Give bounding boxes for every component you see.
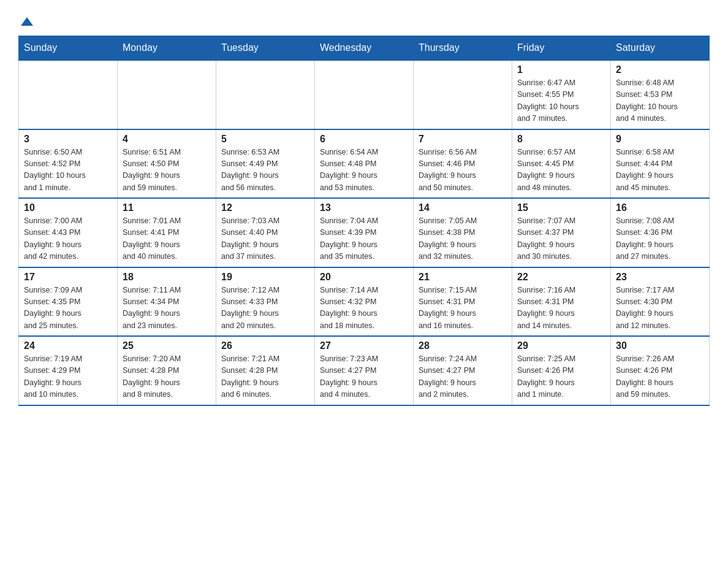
day-info: Sunrise: 6:58 AM Sunset: 4:44 PM Dayligh… (616, 147, 704, 194)
calendar-cell: 8Sunrise: 6:57 AM Sunset: 4:45 PM Daylig… (512, 129, 611, 199)
day-info: Sunrise: 7:08 AM Sunset: 4:36 PM Dayligh… (616, 215, 704, 263)
weekday-header-wednesday: Wednesday (315, 36, 414, 61)
day-number: 11 (123, 202, 211, 213)
calendar-week-row-3: 10Sunrise: 7:00 AM Sunset: 4:43 PM Dayli… (19, 198, 710, 267)
day-number: 12 (221, 202, 309, 213)
day-info: Sunrise: 7:03 AM Sunset: 4:40 PM Dayligh… (221, 215, 309, 263)
day-number: 28 (419, 340, 507, 351)
day-info: Sunrise: 6:56 AM Sunset: 4:46 PM Dayligh… (419, 147, 507, 194)
calendar-cell: 23Sunrise: 7:17 AM Sunset: 4:30 PM Dayli… (611, 267, 710, 337)
calendar-cell: 20Sunrise: 7:14 AM Sunset: 4:32 PM Dayli… (315, 267, 414, 337)
day-number: 6 (320, 134, 408, 145)
logo-icon (21, 17, 33, 26)
calendar-cell: 2Sunrise: 6:48 AM Sunset: 4:53 PM Daylig… (611, 60, 710, 129)
calendar-cell: 3Sunrise: 6:50 AM Sunset: 4:52 PM Daylig… (19, 129, 118, 199)
day-info: Sunrise: 7:15 AM Sunset: 4:31 PM Dayligh… (419, 285, 507, 332)
day-info: Sunrise: 6:51 AM Sunset: 4:50 PM Dayligh… (123, 147, 211, 194)
calendar-cell: 7Sunrise: 6:56 AM Sunset: 4:46 PM Daylig… (414, 129, 512, 199)
weekday-header-friday: Friday (512, 36, 611, 61)
day-number: 22 (517, 272, 605, 283)
calendar-cell: 28Sunrise: 7:24 AM Sunset: 4:27 PM Dayli… (414, 336, 512, 405)
day-info: Sunrise: 7:17 AM Sunset: 4:30 PM Dayligh… (616, 285, 704, 332)
weekday-header-tuesday: Tuesday (216, 36, 315, 61)
calendar-cell: 24Sunrise: 7:19 AM Sunset: 4:29 PM Dayli… (19, 336, 118, 405)
day-info: Sunrise: 7:23 AM Sunset: 4:27 PM Dayligh… (320, 353, 408, 401)
logo-triangle-icon (21, 17, 33, 26)
day-info: Sunrise: 7:12 AM Sunset: 4:33 PM Dayligh… (221, 285, 309, 332)
day-number: 19 (221, 272, 309, 283)
calendar-cell: 17Sunrise: 7:09 AM Sunset: 4:35 PM Dayli… (19, 267, 118, 337)
day-number: 21 (419, 272, 507, 283)
calendar-cell: 9Sunrise: 6:58 AM Sunset: 4:44 PM Daylig… (611, 129, 710, 199)
calendar-cell: 19Sunrise: 7:12 AM Sunset: 4:33 PM Dayli… (216, 267, 315, 337)
day-number: 25 (123, 340, 211, 351)
day-info: Sunrise: 7:01 AM Sunset: 4:41 PM Dayligh… (123, 215, 211, 263)
calendar-cell: 18Sunrise: 7:11 AM Sunset: 4:34 PM Dayli… (118, 267, 216, 337)
day-number: 17 (24, 272, 112, 283)
weekday-header-thursday: Thursday (414, 36, 512, 61)
day-number: 1 (517, 64, 605, 75)
day-info: Sunrise: 7:25 AM Sunset: 4:26 PM Dayligh… (517, 353, 605, 401)
calendar-cell: 27Sunrise: 7:23 AM Sunset: 4:27 PM Dayli… (315, 336, 414, 405)
calendar-cell: 13Sunrise: 7:04 AM Sunset: 4:39 PM Dayli… (315, 198, 414, 267)
day-info: Sunrise: 7:14 AM Sunset: 4:32 PM Dayligh… (320, 285, 408, 332)
day-number: 4 (123, 134, 211, 145)
day-info: Sunrise: 6:48 AM Sunset: 4:53 PM Dayligh… (616, 77, 704, 125)
day-number: 24 (24, 340, 112, 351)
calendar-cell: 22Sunrise: 7:16 AM Sunset: 4:31 PM Dayli… (512, 267, 611, 337)
calendar-cell: 1Sunrise: 6:47 AM Sunset: 4:55 PM Daylig… (512, 60, 611, 129)
day-number: 29 (517, 340, 605, 351)
weekday-header-monday: Monday (118, 36, 216, 61)
day-number: 8 (517, 134, 605, 145)
calendar-cell: 15Sunrise: 7:07 AM Sunset: 4:37 PM Dayli… (512, 198, 611, 267)
calendar-cell: 5Sunrise: 6:53 AM Sunset: 4:49 PM Daylig… (216, 129, 315, 199)
day-number: 26 (221, 340, 309, 351)
day-number: 2 (616, 64, 704, 75)
day-number: 20 (320, 272, 408, 283)
logo (18, 12, 33, 25)
day-info: Sunrise: 7:21 AM Sunset: 4:28 PM Dayligh… (221, 353, 309, 401)
weekday-header-sunday: Sunday (19, 36, 118, 61)
day-info: Sunrise: 6:47 AM Sunset: 4:55 PM Dayligh… (517, 77, 605, 125)
day-info: Sunrise: 6:54 AM Sunset: 4:48 PM Dayligh… (320, 147, 408, 194)
day-number: 10 (24, 202, 112, 213)
calendar-cell: 26Sunrise: 7:21 AM Sunset: 4:28 PM Dayli… (216, 336, 315, 405)
calendar-cell (315, 60, 414, 129)
day-info: Sunrise: 7:26 AM Sunset: 4:26 PM Dayligh… (616, 353, 704, 401)
calendar-table: SundayMondayTuesdayWednesdayThursdayFrid… (18, 36, 710, 406)
day-info: Sunrise: 7:05 AM Sunset: 4:38 PM Dayligh… (419, 215, 507, 263)
day-info: Sunrise: 7:24 AM Sunset: 4:27 PM Dayligh… (419, 353, 507, 401)
day-info: Sunrise: 7:07 AM Sunset: 4:37 PM Dayligh… (517, 215, 605, 263)
calendar-cell: 12Sunrise: 7:03 AM Sunset: 4:40 PM Dayli… (216, 198, 315, 267)
day-number: 15 (517, 202, 605, 213)
day-info: Sunrise: 7:09 AM Sunset: 4:35 PM Dayligh… (24, 285, 112, 332)
day-number: 5 (221, 134, 309, 145)
day-number: 14 (419, 202, 507, 213)
calendar-cell: 21Sunrise: 7:15 AM Sunset: 4:31 PM Dayli… (414, 267, 512, 337)
calendar-week-row-5: 24Sunrise: 7:19 AM Sunset: 4:29 PM Dayli… (19, 336, 710, 405)
calendar-cell: 14Sunrise: 7:05 AM Sunset: 4:38 PM Dayli… (414, 198, 512, 267)
day-info: Sunrise: 7:00 AM Sunset: 4:43 PM Dayligh… (24, 215, 112, 263)
day-number: 13 (320, 202, 408, 213)
calendar-week-row-1: 1Sunrise: 6:47 AM Sunset: 4:55 PM Daylig… (19, 60, 710, 129)
day-number: 3 (24, 134, 112, 145)
calendar-cell: 4Sunrise: 6:51 AM Sunset: 4:50 PM Daylig… (118, 129, 216, 199)
day-info: Sunrise: 7:11 AM Sunset: 4:34 PM Dayligh… (123, 285, 211, 332)
day-number: 7 (419, 134, 507, 145)
day-number: 16 (616, 202, 704, 213)
day-info: Sunrise: 6:50 AM Sunset: 4:52 PM Dayligh… (24, 147, 112, 194)
day-info: Sunrise: 7:04 AM Sunset: 4:39 PM Dayligh… (320, 215, 408, 263)
calendar-cell (118, 60, 216, 129)
calendar-cell: 6Sunrise: 6:54 AM Sunset: 4:48 PM Daylig… (315, 129, 414, 199)
calendar-cell: 25Sunrise: 7:20 AM Sunset: 4:28 PM Dayli… (118, 336, 216, 405)
header (18, 12, 710, 25)
day-number: 23 (616, 272, 704, 283)
calendar-cell: 30Sunrise: 7:26 AM Sunset: 4:26 PM Dayli… (611, 336, 710, 405)
calendar-cell (19, 60, 118, 129)
calendar-cell: 29Sunrise: 7:25 AM Sunset: 4:26 PM Dayli… (512, 336, 611, 405)
day-info: Sunrise: 7:16 AM Sunset: 4:31 PM Dayligh… (517, 285, 605, 332)
day-number: 30 (616, 340, 704, 351)
day-number: 9 (616, 134, 704, 145)
calendar-cell (414, 60, 512, 129)
day-info: Sunrise: 7:20 AM Sunset: 4:28 PM Dayligh… (123, 353, 211, 401)
